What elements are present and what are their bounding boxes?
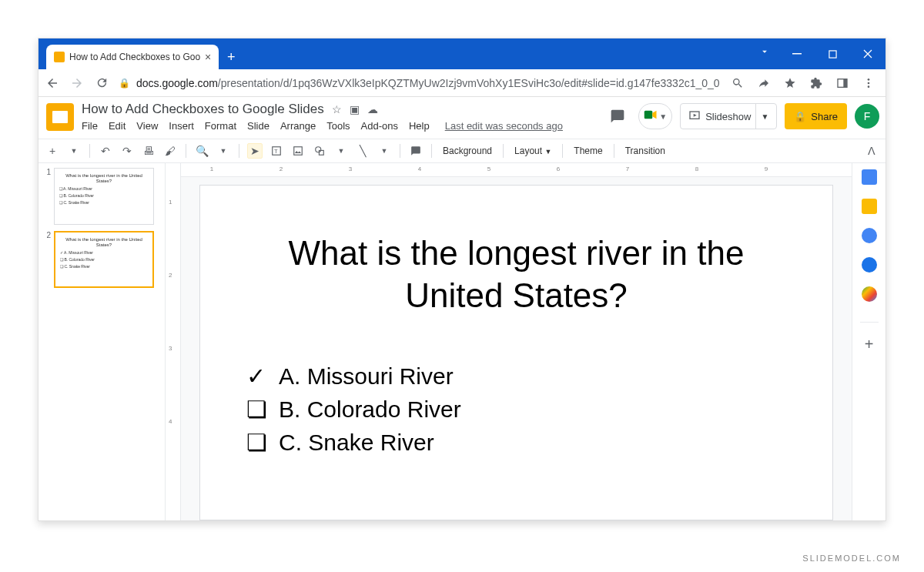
browser-window: How to Add Checkboxes to Goo × + 🔒 docs.… — [38, 38, 886, 521]
star-icon[interactable]: ☆ — [332, 103, 342, 115]
ruler-tick: 4 — [169, 418, 172, 425]
ruler-tick: 6 — [557, 166, 560, 172]
address-field[interactable]: 🔒 docs.google.com/presentation/d/1pq36Wz… — [119, 77, 721, 89]
calendar-addon-icon[interactable] — [862, 169, 877, 185]
slides-header: How to Add Checkboxes to Google Slides ☆… — [38, 97, 886, 139]
menu-insert[interactable]: Insert — [169, 120, 194, 132]
slide-option[interactable]: ❏B. Colorado River — [246, 396, 786, 423]
svg-rect-0 — [792, 53, 802, 55]
comments-button[interactable] — [604, 103, 631, 129]
close-window-button[interactable] — [850, 38, 886, 69]
separator — [400, 144, 400, 158]
shape-tool[interactable] — [312, 143, 327, 159]
thumbnail-panel[interactable]: 1What is the longest river in the United… — [38, 163, 166, 520]
window-controls — [779, 38, 886, 69]
thumbnail-number: 2 — [43, 231, 51, 288]
slide-title-text[interactable]: What is the longest river in the United … — [246, 232, 786, 316]
new-slide-button[interactable]: + — [45, 143, 60, 159]
reload-button[interactable] — [94, 75, 109, 91]
share-button[interactable]: 🔒 Share — [785, 103, 847, 129]
thumbnail-item: ❏ B. Colorado River — [59, 193, 149, 198]
side-panel-icon[interactable] — [835, 75, 850, 91]
menu-tools[interactable]: Tools — [326, 120, 350, 132]
menu-arrange[interactable]: Arrange — [280, 120, 316, 132]
new-tab-button[interactable]: + — [220, 46, 242, 68]
svg-point-5 — [868, 82, 870, 84]
undo-button[interactable]: ↶ — [98, 143, 113, 159]
svg-rect-1 — [829, 50, 835, 57]
browser-tab[interactable]: How to Add Checkboxes to Goo × — [46, 45, 219, 69]
slide-canvas[interactable]: What is the longest river in the United … — [199, 185, 833, 520]
account-avatar[interactable]: F — [855, 104, 879, 129]
menu-edit[interactable]: Edit — [109, 120, 126, 132]
get-addons-button[interactable]: + — [862, 336, 877, 352]
close-tab-icon[interactable]: × — [205, 51, 211, 63]
forward-button[interactable] — [69, 75, 85, 91]
slide-option[interactable]: ✓A. Missouri River — [246, 363, 786, 390]
thumbnail-row[interactable]: 2What is the longest river in the United… — [43, 231, 160, 288]
svg-point-6 — [868, 85, 870, 88]
thumbnail-item: ❏ C. Snake River — [59, 200, 149, 205]
checkbox-icon: ❏ — [246, 429, 265, 456]
maps-addon-icon[interactable] — [862, 286, 877, 302]
meet-button[interactable]: ▼ — [638, 103, 672, 129]
slide-option-text: C. Snake River — [279, 430, 434, 456]
menu-slide[interactable]: Slide — [247, 120, 270, 132]
menu-format[interactable]: Format — [205, 120, 236, 132]
slide-option[interactable]: ❏C. Snake River — [246, 429, 786, 456]
menu-file[interactable]: File — [82, 120, 98, 132]
last-edit-link[interactable]: Last edit was seconds ago — [445, 120, 563, 132]
shape-dropdown-icon[interactable]: ▼ — [333, 143, 349, 159]
extensions-icon[interactable] — [808, 75, 824, 91]
lock-share-icon: 🔒 — [794, 111, 806, 122]
thumbnail[interactable]: What is the longest river in the United … — [54, 168, 154, 225]
separator — [89, 144, 90, 158]
zoom-button[interactable]: 🔍 — [194, 143, 209, 159]
paint-format-button[interactable]: 🖌 — [162, 143, 178, 159]
thumbnail-row[interactable]: 1What is the longest river in the United… — [43, 168, 160, 225]
keep-addon-icon[interactable] — [862, 199, 877, 214]
comment-tool[interactable] — [408, 143, 424, 159]
print-button[interactable]: 🖶 — [141, 143, 156, 159]
bookmark-icon[interactable] — [782, 75, 798, 91]
minimize-button[interactable] — [779, 38, 815, 69]
redo-button[interactable]: ↷ — [119, 143, 135, 159]
zoom-dropdown-icon[interactable]: ▼ — [216, 143, 231, 159]
chrome-menu-icon[interactable] — [861, 75, 876, 91]
contacts-addon-icon[interactable] — [862, 257, 877, 273]
chrome-addressbar: 🔒 docs.google.com/presentation/d/1pq36Wz… — [38, 69, 886, 97]
document-title[interactable]: How to Add Checkboxes to Google Slides — [82, 102, 324, 117]
transition-button[interactable]: Transition — [622, 146, 668, 156]
maximize-button[interactable] — [815, 38, 850, 69]
textbox-tool[interactable]: T — [269, 143, 284, 159]
svg-rect-3 — [843, 79, 847, 87]
move-icon[interactable]: ▣ — [350, 103, 360, 115]
zoom-icon[interactable] — [730, 75, 745, 91]
slides-logo-icon[interactable] — [46, 103, 74, 131]
separator — [562, 144, 563, 158]
share-url-icon[interactable] — [756, 75, 772, 91]
menu-view[interactable]: View — [136, 120, 158, 132]
menu-help[interactable]: Help — [409, 120, 430, 132]
theme-button[interactable]: Theme — [571, 146, 605, 156]
thumbnail[interactable]: What is the longest river in the United … — [54, 231, 154, 288]
vertical-ruler: 1234 — [166, 163, 181, 520]
line-dropdown-icon[interactable]: ▼ — [377, 143, 392, 159]
image-tool[interactable] — [290, 143, 306, 159]
separator — [503, 144, 504, 158]
cloud-status-icon[interactable]: ☁ — [367, 103, 378, 115]
back-button[interactable] — [45, 75, 60, 91]
tab-search-icon[interactable] — [759, 46, 770, 60]
background-button[interactable]: Background — [440, 146, 495, 156]
layout-button[interactable]: Layout ▼ — [511, 146, 554, 156]
new-slide-dropdown-icon[interactable]: ▼ — [66, 143, 82, 159]
slideshow-dropdown-icon[interactable]: ▼ — [755, 104, 768, 129]
slideshow-button[interactable]: Slideshow ▼ — [680, 103, 777, 129]
line-tool[interactable]: ╲ — [355, 143, 370, 159]
tab-title: How to Add Checkboxes to Goo — [69, 52, 200, 62]
tasks-addon-icon[interactable] — [862, 228, 877, 243]
select-tool[interactable]: ➤ — [247, 143, 263, 159]
collapse-toolbar-icon[interactable]: ᐱ — [864, 143, 879, 159]
svg-rect-11 — [294, 147, 303, 156]
menu-addons[interactable]: Add-ons — [361, 120, 398, 132]
